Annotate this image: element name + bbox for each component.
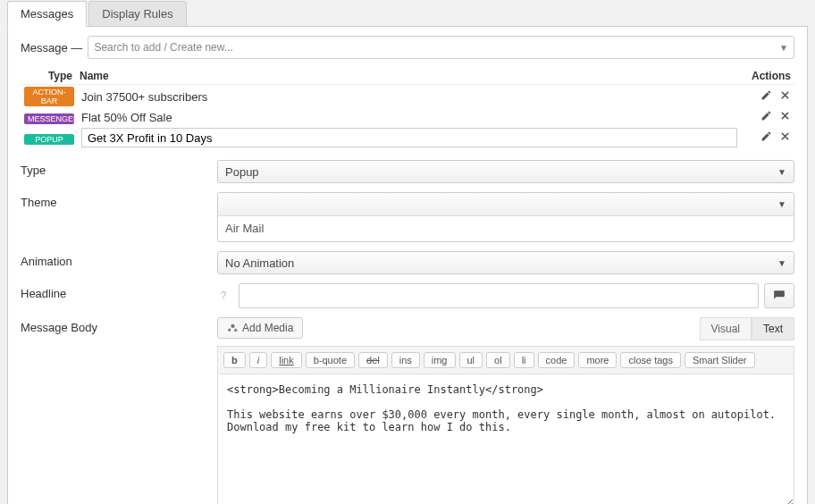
label-animation: Animation [21,251,217,268]
delete-icon[interactable] [779,89,791,104]
qtag-ol[interactable]: ol [486,352,510,368]
table-row: POPUP [21,126,794,149]
delete-icon[interactable] [779,110,791,124]
headline-input[interactable] [239,283,759,308]
delete-icon[interactable] [779,130,791,145]
insert-emoji-button[interactable] [764,283,794,308]
theme-select[interactable]: ▼ [218,193,794,216]
col-actions: Actions [737,70,791,82]
type-badge: MESSENGER [24,113,74,124]
edit-icon[interactable] [760,130,772,145]
qtag-close-tags[interactable]: close tags [620,352,681,368]
qtag-li[interactable]: li [514,352,534,368]
label-headline: Headline [21,283,217,300]
tab-display-rules[interactable]: Display Rules [88,1,186,27]
add-media-button[interactable]: Add Media [217,317,303,339]
editor-mode-text[interactable]: Text [752,317,794,340]
row-name: Join 37500+ subscribers [78,90,737,104]
tab-messages[interactable]: Messages [7,1,87,27]
type-badge: ACTION-BAR [24,87,74,106]
chevron-down-icon: ▼ [779,43,788,53]
chevron-down-icon: ▼ [777,199,786,209]
messages-table: Type Name Actions ACTION-BARJoin 37500+ … [21,68,794,149]
animation-value: No Animation [225,256,294,270]
add-media-label: Add Media [242,322,293,334]
panel-messages: Message — Search to add / Create new... … [7,26,808,504]
qtag-more[interactable]: more [578,352,617,368]
qtag-Smart-Slider[interactable]: Smart Slider [685,352,755,368]
chevron-down-icon: ▼ [777,167,786,177]
type-value: Popup [225,165,259,179]
message-search-select[interactable]: Search to add / Create new... ▼ [88,36,794,59]
qtag-b[interactable]: b [223,352,246,368]
edit-icon[interactable] [760,110,772,124]
media-icon [227,323,239,334]
search-placeholder: Search to add / Create new... [94,41,232,54]
type-select[interactable]: Popup ▼ [217,160,794,183]
animation-select[interactable]: No Animation ▼ [217,251,794,274]
editor-mode-visual[interactable]: Visual [700,317,752,340]
qtag-b-quote[interactable]: b-quote [306,352,355,368]
table-row: ACTION-BARJoin 37500+ subscribers [21,85,794,108]
qtag-i[interactable]: i [249,352,267,368]
message-body-textarea[interactable] [217,374,794,504]
help-icon[interactable]: ? [217,290,230,302]
qtag-img[interactable]: img [424,352,456,368]
row-name-input[interactable] [81,128,737,147]
qtag-ins[interactable]: ins [391,352,420,368]
type-badge: POPUP [24,134,74,145]
speech-bubble-icon [773,290,786,302]
qtag-del[interactable]: del [358,352,388,368]
quicktags-toolbar: bilinkb-quotedelinsimgulollicodemoreclos… [217,346,794,374]
edit-icon[interactable] [760,89,772,104]
row-name: Flat 50% Off Sale [78,111,737,124]
label-theme: Theme [21,192,217,209]
table-row: MESSENGERFlat 50% Off Sale [21,108,794,126]
label-type: Type [21,160,217,177]
label-message-body: Message Body [21,317,217,334]
chevron-down-icon: ▼ [777,258,786,268]
qtag-code[interactable]: code [538,352,576,368]
message-label: Message — [21,41,82,55]
qtag-ul[interactable]: ul [459,352,483,368]
theme-preview: Air Mail [218,216,794,241]
col-type: Type [24,70,78,82]
qtag-link[interactable]: link [271,352,302,368]
col-name: Name [78,70,737,82]
theme-box: ▼ Air Mail [217,192,794,242]
